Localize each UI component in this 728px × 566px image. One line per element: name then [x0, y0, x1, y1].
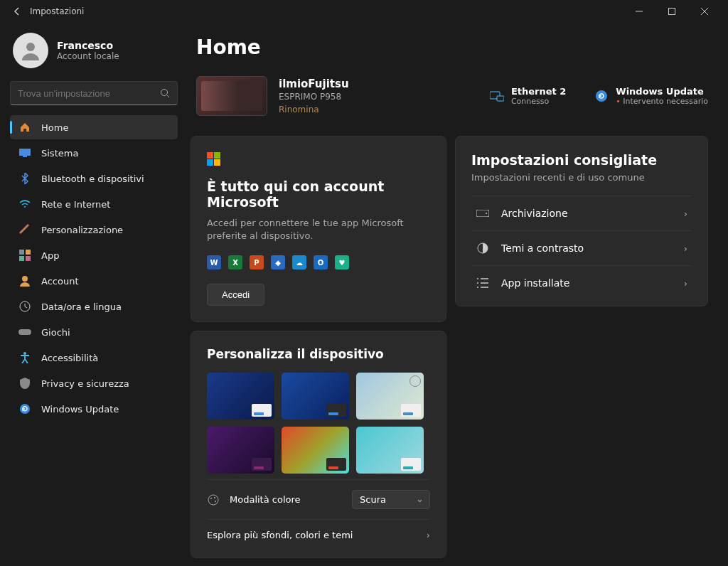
svg-rect-5 [19, 250, 24, 255]
device-name: ilmioFujitsu [279, 78, 349, 90]
nav-bluetooth[interactable]: Bluetooth e dispositivi [10, 166, 178, 191]
chevron-right-icon: › [684, 278, 687, 289]
chevron-right-icon: › [427, 530, 430, 540]
shield-icon [18, 377, 31, 390]
nav-gaming[interactable]: Giochi [10, 320, 178, 344]
nav-time[interactable]: Data/ora e lingua [10, 294, 178, 319]
status-network-subtitle: Connesso [511, 97, 566, 106]
status-network-title: Ethernet 2 [511, 86, 566, 97]
color-mode-select[interactable]: Scura [352, 490, 430, 509]
person-icon [18, 274, 31, 287]
svg-rect-11 [18, 329, 31, 335]
color-mode-row: Modalità colore Scura [207, 479, 430, 519]
search-input[interactable] [18, 88, 160, 99]
home-icon [18, 121, 31, 134]
list-icon [476, 278, 490, 288]
theme-option[interactable] [282, 373, 349, 420]
powerpoint-icon: P [250, 255, 264, 269]
device-rename-link[interactable]: Rinomina [279, 105, 349, 114]
palette-icon [207, 494, 220, 506]
ms-account-card: È tutto qui con account Microsoft Accedi… [191, 136, 446, 322]
status-update[interactable]: Windows Update Intervento necessario [594, 86, 708, 106]
gamepad-icon [18, 326, 31, 338]
explore-themes-row[interactable]: Esplora più sfondi, colori e temi › [207, 519, 430, 550]
explore-label: Esplora più sfondi, colori e temi [207, 530, 417, 540]
recommended-contrast[interactable]: Temi a contrasto › [471, 230, 692, 265]
svg-point-2 [161, 90, 168, 96]
system-icon [18, 146, 31, 159]
onedrive-icon: ☁ [292, 255, 306, 269]
back-button[interactable] [7, 1, 27, 21]
device-model: ESPRIMO P958 [279, 92, 349, 102]
outlook-icon: O [314, 255, 328, 269]
status-update-subtitle: Intervento necessario [616, 97, 708, 106]
svg-point-22 [486, 213, 487, 214]
avatar [13, 33, 48, 68]
page-title: Home [196, 36, 708, 59]
ms-card-heading: È tutto qui con account Microsoft [207, 178, 430, 210]
ms-app-icons: W X P ◆ ☁ O ♥ [207, 255, 430, 269]
sign-in-button[interactable]: Accedi [207, 284, 264, 306]
update-icon [18, 402, 31, 415]
theme-option[interactable] [356, 427, 424, 474]
recommended-label: App installate [501, 277, 673, 289]
svg-point-9 [22, 276, 28, 282]
theme-option[interactable] [207, 427, 274, 474]
recommended-storage[interactable]: Archiviazione › [471, 196, 692, 230]
nav-label: Sistema [41, 148, 78, 159]
svg-rect-6 [26, 250, 31, 255]
nav-label: Accessibilità [41, 353, 98, 363]
nav-label: Account [41, 276, 79, 287]
nav-label: Giochi [41, 327, 70, 338]
nav-label: Bluetooth e dispositivi [41, 173, 144, 184]
svg-rect-4 [23, 156, 27, 157]
svg-point-18 [210, 498, 212, 499]
nav-system[interactable]: Sistema [10, 141, 178, 165]
theme-option[interactable] [356, 373, 424, 420]
bluetooth-icon [18, 172, 31, 185]
sidebar: Francesco Account locale Home Sistema Bl… [0, 23, 185, 566]
theme-grid [207, 373, 430, 474]
nav-privacy[interactable]: Privacy e sicurezza [10, 371, 178, 395]
search-box[interactable] [10, 81, 178, 105]
device-row: ilmioFujitsu ESPRIMO P958 Rinomina Ether… [196, 76, 708, 116]
personalize-heading: Personalizza il dispositivo [207, 347, 430, 361]
status-network[interactable]: Ethernet 2 Connesso [490, 86, 566, 106]
storage-icon [476, 210, 490, 217]
nav-label: Privacy e sicurezza [41, 378, 129, 389]
svg-rect-0 [669, 9, 675, 15]
recommended-label: Archiviazione [501, 208, 673, 219]
nav-accounts[interactable]: Account [10, 269, 178, 293]
svg-rect-21 [476, 210, 489, 217]
nav-home[interactable]: Home [10, 115, 178, 139]
svg-point-19 [214, 497, 215, 498]
device-thumbnail[interactable] [196, 76, 267, 116]
excel-icon: X [228, 255, 242, 269]
svg-point-1 [26, 43, 35, 51]
wifi-icon [18, 198, 31, 210]
nav: Home Sistema Bluetooth e dispositivi Ret… [10, 115, 178, 421]
brush-icon [18, 223, 31, 236]
nav-update[interactable]: Windows Update [10, 397, 178, 421]
nav-accessibility[interactable]: Accessibilità [10, 346, 178, 370]
recommended-installed-apps[interactable]: App installate › [471, 265, 692, 300]
ethernet-icon [490, 89, 504, 103]
svg-point-12 [23, 352, 26, 355]
nav-label: App [41, 250, 59, 261]
nav-personalization[interactable]: Personalizzazione [10, 218, 178, 242]
family-icon: ♥ [335, 255, 349, 269]
nav-network[interactable]: Rete e Internet [10, 192, 178, 216]
maximize-button[interactable] [655, 1, 688, 22]
titlebar: Impostazioni [0, 0, 728, 23]
theme-option[interactable] [207, 373, 274, 420]
profile[interactable]: Francesco Account locale [13, 33, 178, 68]
close-button[interactable] [688, 1, 721, 22]
minimize-button[interactable] [623, 1, 655, 22]
nav-label: Windows Update [41, 404, 119, 415]
nav-apps[interactable]: App [10, 243, 178, 267]
profile-subtitle: Account locale [57, 51, 119, 61]
svg-rect-3 [19, 149, 31, 156]
svg-rect-8 [26, 256, 31, 261]
nav-label: Data/ora e lingua [41, 301, 122, 312]
theme-option[interactable] [282, 427, 349, 474]
